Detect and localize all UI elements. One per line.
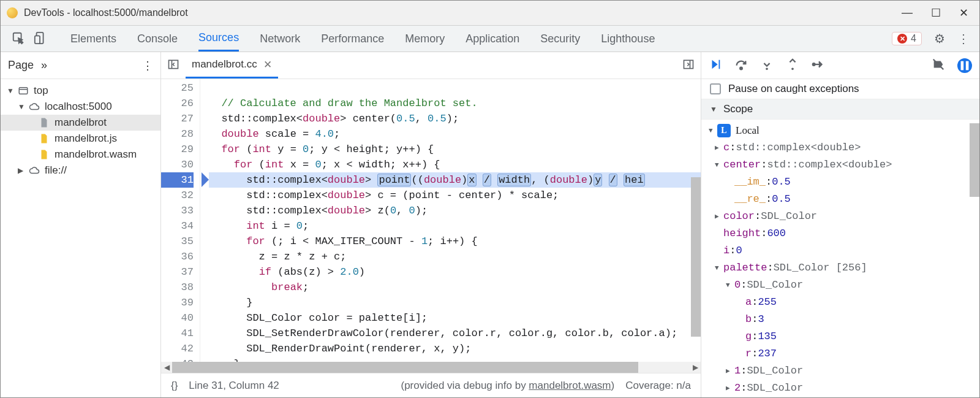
svg-rect-2 <box>35 36 40 44</box>
navigator-more-tabs-icon[interactable]: » <box>41 59 47 72</box>
navigator-tab-page[interactable]: Page <box>8 59 34 72</box>
inspect-element-icon[interactable] <box>12 31 25 47</box>
var-center[interactable]: ▼center: std::complex<double> <box>701 156 979 174</box>
var-height[interactable]: height: 600 <box>701 225 979 242</box>
error-count: 4 <box>911 33 916 44</box>
var-c[interactable]: ▶c: std::complex<double> <box>701 139 979 156</box>
tree-label: file:// <box>45 164 67 177</box>
local-badge-icon: L <box>717 124 731 137</box>
var-palette-3[interactable]: ▶3: SDL_Color <box>701 397 979 397</box>
line-gutter[interactable]: 2526272829303132333435363738394041424344… <box>161 79 200 362</box>
svg-rect-9 <box>719 60 720 69</box>
tab-application[interactable]: Application <box>466 26 519 52</box>
more-menu-icon[interactable]: ⋮ <box>957 31 970 46</box>
pause-on-caught-label: Pause on caught exceptions <box>728 83 859 95</box>
scope-local-label: Local <box>736 122 760 139</box>
tab-lighthouse[interactable]: Lighthouse <box>601 26 655 52</box>
svg-rect-16 <box>966 61 969 70</box>
pause-on-exceptions-icon[interactable] <box>957 58 972 73</box>
coverage-status: Coverage: n/a <box>625 380 691 392</box>
tree-label: mandelbrot.js <box>55 132 117 145</box>
pause-on-caught-checkbox[interactable] <box>710 83 721 94</box>
var-palette-1[interactable]: ▶1: SDL_Color <box>701 362 979 380</box>
debug-info-link[interactable]: mandelbrot.wasm <box>529 380 611 391</box>
devtools-tabbar: Elements Console Sources Network Perform… <box>1 25 979 52</box>
tree-label: mandelbrot.wasm <box>55 148 137 161</box>
device-toggle-icon[interactable] <box>34 31 47 47</box>
tab-network[interactable]: Network <box>260 26 300 52</box>
window-title: DevTools - localhost:5000/mandelbrot <box>24 7 902 18</box>
svg-point-10 <box>740 67 742 70</box>
tab-sources[interactable]: Sources <box>198 26 239 52</box>
editor-tab-label: mandelbrot.cc <box>192 58 257 71</box>
cursor-position: Line 31, Column 42 <box>189 380 279 392</box>
navigator-menu-icon[interactable]: ⋮ <box>142 59 153 72</box>
step-out-icon[interactable] <box>786 58 799 73</box>
svg-point-13 <box>813 63 815 66</box>
close-tab-icon[interactable]: ✕ <box>263 58 272 71</box>
deactivate-breakpoints-icon[interactable] <box>932 58 945 73</box>
file-icon <box>39 117 50 128</box>
var-color[interactable]: ▶color: SDL_Color <box>701 208 979 225</box>
toggle-navigator-icon[interactable] <box>167 58 179 72</box>
tree-file-mandelbrot-js[interactable]: mandelbrot.js <box>1 131 160 147</box>
debug-info-source: (provided via debug info by mandelbrot.w… <box>401 380 615 392</box>
minimize-button[interactable]: — <box>902 6 913 20</box>
svg-rect-15 <box>961 61 964 70</box>
var-palette-2[interactable]: ▶2: SDL_Color <box>701 380 979 397</box>
step-icon[interactable] <box>812 58 825 73</box>
tab-elements[interactable]: Elements <box>70 26 116 52</box>
var-palette-0-b[interactable]: b: 3 <box>701 311 979 328</box>
toggle-debugger-icon[interactable] <box>682 58 695 72</box>
source-editor: mandelbrot.cc ✕ 252627282930313233343536… <box>161 52 701 397</box>
tree-label: top <box>34 85 48 97</box>
file-icon <box>39 133 50 144</box>
tree-label: mandelbrot <box>55 117 107 129</box>
tab-memory[interactable]: Memory <box>405 26 445 52</box>
var-palette-0-r[interactable]: r: 237 <box>701 345 979 362</box>
tree-label: localhost:5000 <box>45 101 112 113</box>
vertical-scrollbar[interactable] <box>691 177 701 337</box>
editor-statusbar: {} Line 31, Column 42 (provided via debu… <box>161 373 701 397</box>
code-area[interactable]: 2526272829303132333435363738394041424344… <box>161 79 701 362</box>
svg-point-11 <box>766 68 768 71</box>
code-content[interactable]: // Calculate and draw the Mandelbrot set… <box>200 79 701 362</box>
tree-host[interactable]: ▼ localhost:5000 <box>1 99 160 115</box>
error-count-badge[interactable]: ✕ 4 <box>892 32 922 45</box>
settings-icon[interactable]: ⚙ <box>934 31 945 46</box>
scroll-right-icon[interactable]: ▶ <box>690 363 701 372</box>
tab-performance[interactable]: Performance <box>321 26 384 52</box>
scope-section-header[interactable]: ▼ Scope <box>701 99 979 120</box>
tab-console[interactable]: Console <box>137 26 178 52</box>
var-palette-0-a[interactable]: a: 255 <box>701 294 979 311</box>
pretty-print-icon[interactable]: {} <box>171 380 178 392</box>
tree-file-scheme[interactable]: ▶ file:// <box>1 163 160 178</box>
window-titlebar: DevTools - localhost:5000/mandelbrot — ☐… <box>1 1 979 25</box>
var-center-im[interactable]: __im_: 0.5 <box>701 174 979 191</box>
var-center-re[interactable]: __re_: 0.5 <box>701 191 979 208</box>
scope-tree: ▼ L Local ▶c: std::complex<double> ▼cent… <box>701 120 979 397</box>
resume-icon[interactable] <box>709 58 722 73</box>
var-i[interactable]: i: 0 <box>701 242 979 259</box>
cloud-icon <box>29 165 40 176</box>
scope-local[interactable]: ▼ L Local <box>701 122 979 139</box>
horizontal-scrollbar[interactable]: ◀ ▶ <box>161 362 701 373</box>
scope-scrollbar[interactable] <box>970 123 979 197</box>
maximize-button[interactable]: ☐ <box>931 6 941 20</box>
var-palette[interactable]: ▼palette: SDL_Color [256] <box>701 259 979 277</box>
step-over-icon[interactable] <box>734 58 748 73</box>
tree-file-mandelbrot[interactable]: mandelbrot <box>1 115 160 131</box>
step-into-icon[interactable] <box>760 58 774 73</box>
close-button[interactable]: ✕ <box>959 6 968 20</box>
scroll-left-icon[interactable]: ◀ <box>161 363 172 372</box>
svg-point-12 <box>791 68 794 71</box>
debugger-toolbar <box>701 52 979 79</box>
editor-tab-mandelbrot-cc[interactable]: mandelbrot.cc ✕ <box>186 52 278 78</box>
tree-file-mandelbrot-wasm[interactable]: mandelbrot.wasm <box>1 147 160 163</box>
tab-security[interactable]: Security <box>540 26 580 52</box>
pause-on-caught-row[interactable]: Pause on caught exceptions <box>701 79 979 99</box>
tree-top[interactable]: ▼ top <box>1 83 160 99</box>
debugger-panel: Pause on caught exceptions ▼ Scope ▼ L L… <box>701 52 979 397</box>
var-palette-0-g[interactable]: g: 135 <box>701 328 979 345</box>
var-palette-0[interactable]: ▼0: SDL_Color <box>701 277 979 294</box>
